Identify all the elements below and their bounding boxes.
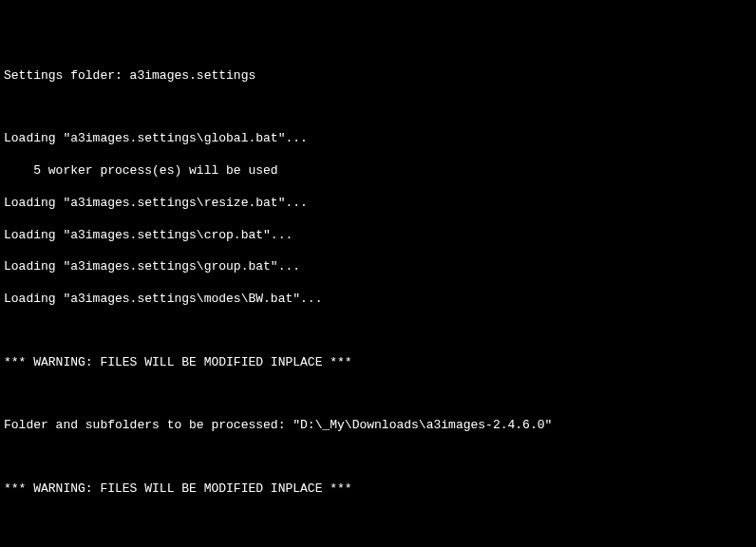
loading-line: Loading "a3images.settings\resize.bat"..… — [4, 196, 752, 212]
loading-line: Loading "a3images.settings\crop.bat"... — [4, 228, 752, 244]
blank-line — [4, 387, 752, 403]
blank-line — [4, 514, 752, 529]
blank-line — [4, 450, 752, 465]
warning-line: *** WARNING: FILES WILL BE MODIFIED INPL… — [4, 355, 752, 371]
loading-line: Loading "a3images.settings\modes\BW.bat"… — [4, 292, 752, 308]
warning-line: *** WARNING: FILES WILL BE MODIFIED INPL… — [4, 481, 752, 498]
folder-path-line: Folder and subfolders to be processed: "… — [4, 418, 752, 434]
loading-line: 5 worker process(es) will be used — [4, 163, 752, 179]
blank-line — [4, 100, 752, 115]
blank-line — [4, 324, 752, 339]
loading-line: Loading "a3images.settings\global.bat"..… — [4, 131, 752, 147]
settings-folder-line: Settings folder: a3images.settings — [4, 68, 752, 85]
loading-line: Loading "a3images.settings\group.bat"... — [4, 259, 752, 275]
